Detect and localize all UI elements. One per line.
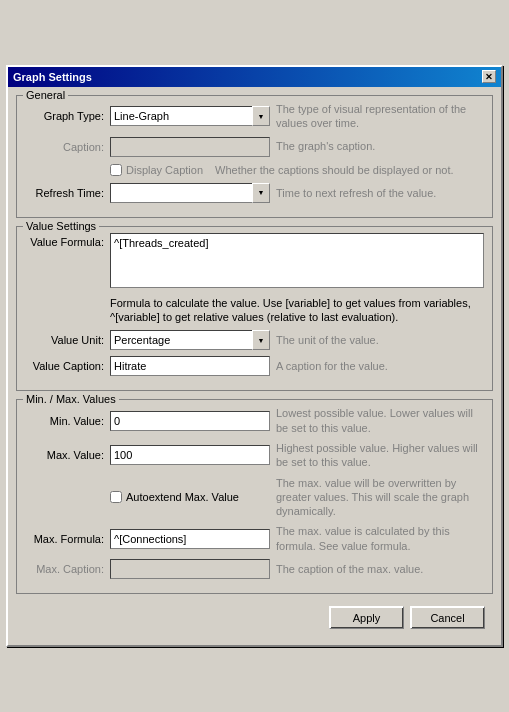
graph-type-description: The type of visual representation of the…	[270, 102, 484, 131]
min-value-row: Min. Value: Lowest possible value. Lower…	[25, 406, 484, 435]
title-bar-buttons: ✕	[482, 70, 496, 83]
display-caption-checkbox[interactable]	[110, 164, 122, 176]
max-value-description: Highest possible value. Higher values wi…	[270, 441, 484, 470]
caption-input[interactable]	[110, 137, 270, 157]
refresh-time-row: Refresh Time: ▼ Time to next refresh of …	[25, 183, 484, 203]
max-formula-row: Max. Formula: The max. value is calculat…	[25, 524, 484, 553]
value-formula-textarea[interactable]	[110, 233, 484, 288]
value-caption-input[interactable]	[110, 356, 270, 376]
value-formula-row: Value Formula: // Set textarea value fro…	[25, 233, 484, 290]
value-settings-label: Value Settings	[23, 220, 99, 232]
display-caption-text: Display Caption	[126, 164, 203, 176]
max-formula-description: The max. value is calculated by this for…	[270, 524, 484, 553]
value-caption-row: Value Caption: A caption for the value.	[25, 356, 484, 376]
min-value-description: Lowest possible value. Lower values will…	[270, 406, 484, 435]
autoextend-checkbox[interactable]	[110, 491, 122, 503]
formula-hint: Formula to calculate the value. Use [var…	[110, 296, 484, 325]
caption-label: Caption:	[25, 141, 110, 153]
refresh-time-description: Time to next refresh of the value.	[270, 186, 484, 200]
refresh-time-select-wrapper: ▼	[110, 183, 270, 203]
minmax-section-label: Min. / Max. Values	[23, 393, 119, 405]
display-caption-wrapper: Display Caption	[110, 164, 203, 176]
value-unit-select-wrapper: Percentage Absolute None ▼	[110, 330, 270, 350]
general-section: General Graph Type: Line-Graph ▼ The typ…	[16, 95, 493, 218]
value-unit-label: Value Unit:	[25, 334, 110, 346]
dialog-content: General Graph Type: Line-Graph ▼ The typ…	[8, 87, 501, 645]
max-formula-label: Max. Formula:	[25, 533, 110, 545]
autoextend-row: Autoextend Max. Value The max. value wil…	[25, 476, 484, 519]
close-button[interactable]: ✕	[482, 70, 496, 83]
display-caption-description: Whether the captions should be displayed…	[209, 163, 484, 177]
graph-type-select-wrapper: Line-Graph ▼	[110, 106, 270, 126]
autoextend-description: The max. value will be overwritten by gr…	[270, 476, 484, 519]
minmax-section: Min. / Max. Values Min. Value: Lowest po…	[16, 399, 493, 594]
value-formula-label: Value Formula:	[25, 233, 110, 248]
general-section-label: General	[23, 89, 68, 101]
cancel-button[interactable]: Cancel	[410, 606, 485, 629]
max-value-input[interactable]	[110, 445, 270, 465]
refresh-time-label: Refresh Time:	[25, 187, 110, 199]
graph-type-label: Graph Type:	[25, 110, 110, 122]
max-value-label: Max. Value:	[25, 449, 110, 461]
refresh-time-select[interactable]	[110, 183, 270, 203]
min-value-label: Min. Value:	[25, 415, 110, 427]
max-caption-label: Max. Caption:	[25, 563, 110, 575]
max-formula-input[interactable]	[110, 529, 270, 549]
button-row: Apply Cancel	[16, 602, 493, 637]
graph-type-row: Graph Type: Line-Graph ▼ The type of vis…	[25, 102, 484, 131]
title-bar: Graph Settings ✕	[8, 67, 501, 87]
value-caption-description: A caption for the value.	[270, 359, 484, 373]
max-caption-description: The caption of the max. value.	[270, 562, 484, 576]
autoextend-wrapper: Autoextend Max. Value	[110, 491, 270, 503]
value-settings-section: Value Settings Value Formula: // Set tex…	[16, 226, 493, 392]
value-unit-description: The unit of the value.	[270, 333, 484, 347]
min-value-input[interactable]	[110, 411, 270, 431]
value-unit-select[interactable]: Percentage Absolute None	[110, 330, 270, 350]
graph-settings-dialog: Graph Settings ✕ General Graph Type: Lin…	[6, 65, 503, 647]
max-caption-input[interactable]	[110, 559, 270, 579]
apply-button[interactable]: Apply	[329, 606, 404, 629]
max-value-row: Max. Value: Highest possible value. High…	[25, 441, 484, 470]
dialog-title: Graph Settings	[13, 71, 92, 83]
value-unit-row: Value Unit: Percentage Absolute None ▼ T…	[25, 330, 484, 350]
caption-description: The graph's caption.	[270, 139, 484, 153]
value-caption-label: Value Caption:	[25, 360, 110, 372]
autoextend-text: Autoextend Max. Value	[126, 491, 239, 503]
max-caption-row: Max. Caption: The caption of the max. va…	[25, 559, 484, 579]
display-caption-row: Display Caption Whether the captions sho…	[25, 163, 484, 177]
graph-type-select[interactable]: Line-Graph	[110, 106, 270, 126]
value-formula-container: // Set textarea value from data	[110, 233, 484, 290]
caption-row: Caption: The graph's caption.	[25, 137, 484, 157]
formula-hint-text: Formula to calculate the value. Use [var…	[110, 297, 471, 323]
